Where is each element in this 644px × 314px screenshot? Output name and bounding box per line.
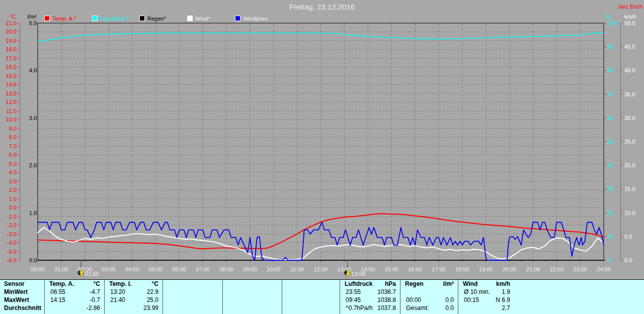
table-cell-value: -4.7: [44, 288, 100, 296]
wind-tick-label: 40.0: [624, 67, 635, 73]
humidity-tick-label: 60: [607, 115, 613, 121]
time-tick-label: 06:00: [172, 266, 186, 272]
time-tick-label: 24:00: [597, 266, 611, 272]
humidity-tick-label: 90: [607, 44, 613, 50]
temp-tick-label: 4.0: [9, 169, 17, 175]
wind-tick-label: 50.0: [624, 20, 635, 26]
table-cell-value: 1.9: [458, 288, 510, 296]
table-divider: [282, 280, 282, 314]
temp-tick-label: 21.0: [6, 20, 17, 26]
temp-tick-label: 14.0: [6, 81, 17, 87]
temp-tick-label: 15.0: [6, 73, 17, 79]
table-divider: [163, 280, 163, 314]
time-tick-label: 11:00: [290, 266, 304, 272]
chart-plot-area[interactable]: 21.020.019.018.017.016.015.014.013.012.0…: [0, 0, 644, 279]
table-cell-value: 0.0: [400, 296, 454, 304]
temp-tick-label: 3.0: [9, 178, 17, 184]
temp-tick-label: 6.0: [9, 152, 17, 158]
time-tick-label: 15:00: [384, 266, 398, 272]
humidity-tick-label: 30: [607, 186, 613, 192]
table-cell-value: 2.7: [458, 304, 510, 312]
temp-tick-label: 20.0: [6, 29, 17, 35]
temp-tick-label: 5.0: [9, 161, 17, 167]
time-tick-label: 09:00: [243, 266, 257, 272]
wind-tick-label: 45.0: [624, 44, 635, 50]
wind-tick-label: 20.0: [624, 162, 635, 168]
table-row-label: Sensor: [4, 280, 25, 288]
table-cell-value: 0.0: [400, 304, 454, 312]
humidity-tick-label: 70: [607, 91, 613, 97]
table-cell-value: 1038.8: [340, 296, 396, 304]
rain-tick-label: 2.0: [29, 162, 37, 168]
table-cell-value: 1037.8: [340, 304, 396, 312]
temp-tick-label: 10.0: [6, 117, 17, 123]
time-tick-label: 16:00: [408, 266, 422, 272]
temp-tick-label: 1.0: [9, 196, 17, 202]
table-row-label: MinWert: [4, 288, 28, 296]
rain-tick-label: 1.0: [29, 210, 37, 216]
wind-tick-label: 0.0: [624, 257, 632, 263]
temp-tick-label: -2.0: [7, 222, 17, 228]
rain-tick-label: 0.0: [29, 257, 37, 263]
time-tick-label: 23:00: [573, 266, 587, 272]
time-tick-label: 18:00: [455, 266, 469, 272]
summary-table: SensorMinWertMaxWertDurchschnittTemp. A.…: [0, 279, 644, 314]
wind-tick-label: 25.0: [624, 139, 635, 145]
time-tick-label: 01:00: [54, 266, 68, 272]
time-tick-label: 08:00: [219, 266, 233, 272]
table-col-unit: hPa: [340, 280, 396, 288]
wind-tick-label: 15.0: [624, 186, 635, 192]
temp-tick-label: 16.0: [6, 64, 17, 70]
rain-tick-label: 3.0: [29, 115, 37, 121]
wind-tick-label: 5.0: [624, 234, 632, 240]
time-tick-label: 00:00: [31, 266, 45, 272]
table-cell-value: -0.7: [44, 296, 100, 304]
table-cell-value: 22.9: [104, 288, 158, 296]
temp-tick-label: 12.0: [6, 99, 17, 105]
temp-tick-label: -3.0: [7, 231, 17, 237]
table-col-unit: l/m²: [400, 280, 454, 288]
time-tick-label: 03:00: [102, 266, 116, 272]
table-col-unit: km/h: [458, 280, 510, 288]
table-divider: [222, 280, 223, 314]
humidity-tick-label: 0: [607, 257, 610, 263]
table-col-unit: °C: [104, 280, 158, 288]
humidity-tick-label: 100: [607, 20, 616, 26]
time-tick-label: 05:00: [149, 266, 163, 272]
time-tick-label: 17:00: [432, 266, 446, 272]
humidity-tick-label: 40: [607, 162, 613, 168]
table-row-label: MaxWert: [4, 296, 29, 304]
time-tick-label: 04:00: [125, 266, 139, 272]
temp-tick-label: 8.0: [9, 134, 17, 140]
table-cell-value: N 6.9: [458, 296, 510, 304]
time-tick-label: 21:00: [526, 266, 540, 272]
temp-tick-label: 19.0: [6, 38, 17, 44]
rain-tick-label: 4.0: [29, 67, 37, 73]
wind-tick-label: 10.0: [624, 210, 635, 216]
table-row-label: Durchschnitt: [4, 304, 41, 312]
event-marker-time: 13:08: [352, 271, 366, 277]
time-tick-label: 19:00: [479, 266, 493, 272]
wind-tick-label: 30.0: [624, 115, 635, 121]
temp-tick-label: -4.0: [7, 240, 17, 246]
temp-tick-label: 18.0: [6, 46, 17, 52]
time-tick-label: 07:00: [196, 266, 210, 272]
time-tick-label: 13:00: [338, 266, 352, 272]
table-cell-value: 1036.7: [340, 288, 396, 296]
table-cell-value: 23.99: [104, 304, 158, 312]
table-cell-value: -2.86: [44, 304, 100, 312]
temp-tick-label: 2.0: [9, 187, 17, 193]
event-marker-time: 01:50: [85, 271, 99, 277]
humidity-tick-label: 50: [607, 139, 613, 145]
weather-app-window: Freitag, 23.12.2016 Jarz Erich °C l/m² %…: [0, 0, 644, 314]
rain-tick-label: 5.0: [29, 20, 37, 26]
humidity-tick-label: 20: [607, 210, 613, 216]
temp-tick-label: -5.0: [7, 249, 17, 255]
temp-tick-label: 11.0: [6, 108, 17, 114]
table-col-unit: °C: [44, 280, 100, 288]
temp-tick-label: 17.0: [6, 55, 17, 61]
time-tick-label: 22:00: [549, 266, 564, 272]
temp-tick-label: -1.0: [7, 214, 17, 220]
temp-tick-label: 13.0: [6, 90, 17, 96]
time-tick-label: 10:00: [267, 266, 281, 272]
